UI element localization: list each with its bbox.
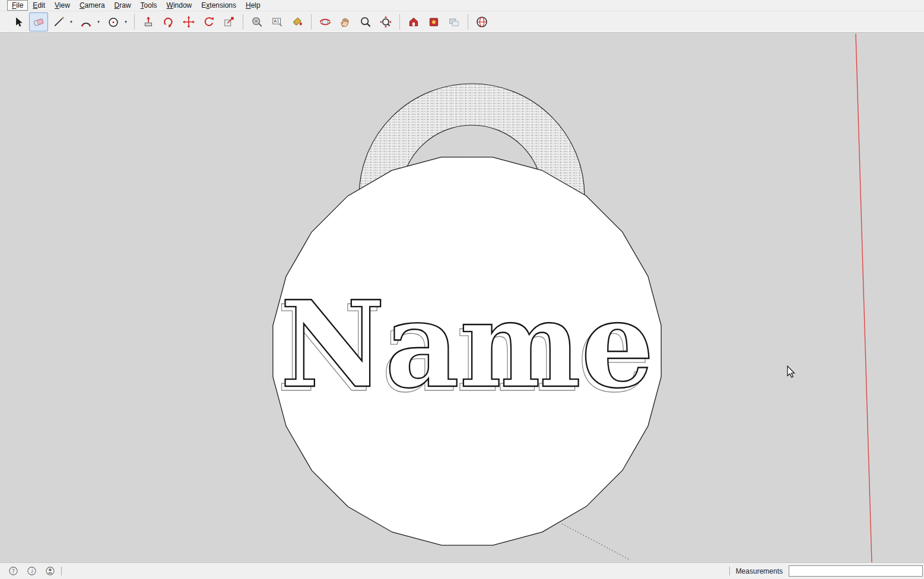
zoom-icon [360,16,371,28]
extension-warehouse-icon [428,16,440,28]
follow-me-tool-button[interactable] [159,12,178,31]
rotate-icon [203,16,215,28]
toolbar-separator [243,14,243,30]
line-icon [53,16,65,28]
paint-bucket-tool-button[interactable] [288,12,307,31]
circle-tool-button[interactable] [104,12,123,31]
move-tool-button[interactable] [179,12,198,31]
send-to-layout-tool-button[interactable] [444,12,463,31]
get-models-tool-button[interactable] [404,12,423,31]
menu-help[interactable]: Help [241,0,265,11]
extension-warehouse-tool-button[interactable] [424,12,443,31]
model-text[interactable]: Name [280,275,654,414]
line-dropdown-button[interactable]: ▾ [68,13,75,31]
pan-tool-button[interactable] [336,12,355,31]
inference-dashed-line [562,524,630,560]
menu-tools[interactable]: Tools [136,0,162,11]
push-pull-tool-button[interactable] [139,12,158,31]
toolbar-separator [468,14,468,30]
arc-dropdown-button[interactable]: ▾ [95,13,102,31]
menu-edit[interactable]: Edit [28,0,50,11]
red-axis-line [856,34,872,562]
drawing-canvas[interactable]: Name Name [0,34,924,562]
scale-tool-button[interactable] [220,12,239,31]
text-tool-button[interactable]: A1 [268,12,287,31]
add-location-icon [476,16,488,28]
circle-icon [107,16,119,28]
status-separator-left [61,567,62,575]
tape-measure-icon [251,16,263,28]
tape-measure-tool-button[interactable] [247,12,266,31]
info-icon: i [27,566,37,576]
follow-me-icon [163,16,174,28]
zoom-extents-tool-button[interactable] [376,12,395,31]
line-tool-button[interactable] [49,12,68,31]
menu-extensions[interactable]: Extensions [196,0,241,11]
menu-bar: FileEditViewCameraDrawToolsWindowExtensi… [0,0,924,11]
move-icon [183,16,195,28]
push-pull-icon [142,16,154,28]
help-button[interactable]: ? [8,566,18,577]
menu-file[interactable]: File [7,0,28,11]
scale-icon [223,16,235,28]
eraser-tool-button[interactable] [29,12,48,31]
arc-icon [80,16,92,28]
eraser-icon [33,16,45,28]
account-icon [45,566,55,576]
account-button[interactable] [45,566,55,577]
pan-icon [339,16,351,28]
select-tool-button[interactable] [9,12,28,31]
paint-bucket-icon [291,16,303,28]
svg-text:A1: A1 [274,18,280,24]
arc-tool-button[interactable] [77,12,96,31]
measurements-input[interactable] [789,565,923,577]
measurements-label: Measurements [736,567,783,575]
info-button[interactable]: i [26,566,37,577]
svg-text:i: i [31,568,33,574]
orbit-tool-button[interactable] [316,12,335,31]
send-to-layout-icon [448,16,460,28]
orbit-icon [319,16,331,28]
rotate-tool-button[interactable] [199,12,218,31]
toolbar-separator [399,14,400,30]
text-icon: A1 [271,16,283,28]
menu-camera[interactable]: Camera [75,0,110,11]
zoom-extents-icon [380,16,392,28]
get-models-icon [408,16,420,28]
svg-text:?: ? [12,568,15,574]
circle-dropdown-button[interactable]: ▾ [122,13,129,31]
toolbar: ▾▾▾A1 [0,11,924,33]
status-bar: ?i Measurements [0,562,924,579]
mouse-cursor [788,366,795,377]
toolbar-separator [134,14,135,30]
status-icons: ?i [0,566,55,577]
add-location-tool-button[interactable] [472,12,491,31]
toolbar-separator [311,14,312,30]
menu-view[interactable]: View [50,0,75,11]
status-separator-right [729,567,730,575]
select-icon [12,16,24,28]
zoom-tool-button[interactable] [356,12,375,31]
menu-window[interactable]: Window [162,0,197,11]
menu-draw[interactable]: Draw [110,0,136,11]
help-icon: ? [8,566,18,576]
